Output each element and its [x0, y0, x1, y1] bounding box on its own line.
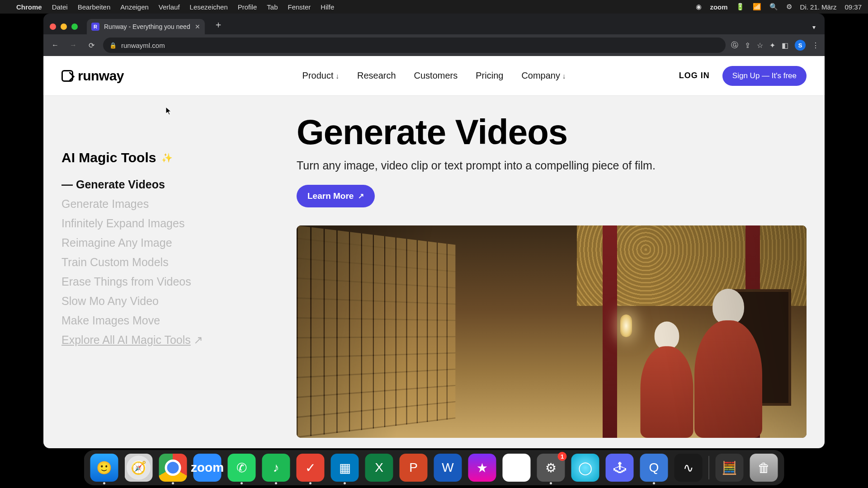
- sidebar-heading-text: AI Magic Tools: [61, 150, 156, 165]
- dock-separator: [709, 456, 709, 479]
- chrome-window: R Runway - Everything you need ✕ ＋ ▾ ← →…: [43, 14, 825, 448]
- site-header: runway Product Research Customers Pricin…: [43, 56, 825, 96]
- menu-fenster[interactable]: Fenster: [288, 3, 311, 11]
- main-content: Generate Videos Turn any image, video cl…: [297, 114, 807, 448]
- signup-button[interactable]: Sign Up — It's free: [722, 66, 807, 86]
- dock-voice-memos[interactable]: ∿: [675, 454, 703, 482]
- learn-more-button[interactable]: Learn More ↗: [297, 185, 375, 207]
- tool-generate-images[interactable]: Generate Images: [61, 197, 269, 211]
- dock-calculator[interactable]: 🧮: [716, 454, 744, 482]
- tools-sidebar: AI Magic Tools ✨ Generate Videos Generat…: [61, 114, 269, 448]
- nav-customers[interactable]: Customers: [414, 70, 458, 81]
- menubar-record-icon[interactable]: ◉: [696, 3, 702, 11]
- dock-chrome[interactable]: [159, 454, 187, 482]
- tool-erase-from-videos[interactable]: Erase Things from Videos: [61, 275, 269, 288]
- dock-powerpoint[interactable]: P: [400, 454, 428, 482]
- mac-menubar: Chrome Datei Bearbeiten Anzeigen Verlauf…: [0, 0, 868, 14]
- nav-pricing[interactable]: Pricing: [476, 70, 503, 81]
- tool-images-move[interactable]: Make Images Move: [61, 314, 269, 327]
- dock-spotify[interactable]: ♪: [262, 454, 290, 482]
- menubar-battery-icon[interactable]: 🔋: [736, 3, 745, 11]
- nav-research[interactable]: Research: [357, 70, 396, 81]
- bookmark-star-icon[interactable]: ☆: [757, 41, 763, 50]
- menu-lesezeichen[interactable]: Lesezeichen: [190, 3, 228, 11]
- menu-anzeigen[interactable]: Anzeigen: [120, 3, 149, 11]
- arrow-up-right-icon: ↗: [193, 333, 203, 347]
- dock-trello[interactable]: ▦: [331, 454, 359, 482]
- tool-train-models[interactable]: Train Custom Models: [61, 256, 269, 269]
- primary-nav: Product Research Customers Pricing Compa…: [302, 70, 566, 81]
- window-close-button[interactable]: [50, 23, 56, 30]
- sidepanel-icon[interactable]: ◧: [782, 41, 788, 50]
- tool-explore-all-label: Explore All AI Magic Tools: [61, 333, 191, 346]
- tool-explore-all[interactable]: Explore All AI Magic Tools↗: [61, 333, 269, 347]
- dock-safari[interactable]: 🧭: [125, 454, 153, 482]
- browser-tab[interactable]: R Runway - Everything you need ✕: [87, 19, 205, 34]
- tab-title: Runway - Everything you need: [104, 23, 190, 30]
- window-controls: [48, 23, 82, 34]
- dock-finder[interactable]: 🙂: [90, 454, 118, 482]
- dock-whatsapp[interactable]: ✆: [228, 454, 256, 482]
- dock-imovie[interactable]: ★: [468, 454, 496, 482]
- preview-shade: [297, 225, 807, 438]
- hero-subtitle: Turn any image, video clip or text promp…: [297, 159, 807, 172]
- browser-toolbar: ← → ⟳ 🔒 runwayml.com Ⓖ ⇪ ☆ ✦ ◧ S ⋮: [43, 34, 825, 56]
- menubar-time[interactable]: 09:37: [844, 3, 862, 11]
- dock: 🙂 🧭 zoom ✆ ♪ ✓ ▦ X P W ★ ▲ ⚙︎1 ◯ 🕹 Q ∿ 🧮…: [84, 450, 784, 485]
- address-bar[interactable]: 🔒 runwayml.com: [103, 38, 726, 53]
- page-viewport: runway Product Research Customers Pricin…: [43, 56, 825, 448]
- hero-video-preview[interactable]: [297, 225, 807, 438]
- tool-expand-images[interactable]: Infinitely Expand Images: [61, 217, 269, 230]
- dock-zoom[interactable]: zoom: [193, 454, 222, 482]
- login-link[interactable]: LOG IN: [679, 71, 710, 80]
- tool-generate-videos[interactable]: Generate Videos: [61, 178, 269, 191]
- nav-product[interactable]: Product: [302, 70, 339, 81]
- dock-system-settings[interactable]: ⚙︎1: [537, 454, 565, 482]
- share-icon[interactable]: ⇪: [745, 41, 750, 50]
- dock-todoist[interactable]: ✓: [297, 454, 325, 482]
- tab-close-button[interactable]: ✕: [195, 23, 200, 30]
- menubar-zoom[interactable]: zoom: [710, 3, 727, 11]
- menubar-control-center-icon[interactable]: ⚙︎: [786, 3, 792, 11]
- dock-excel[interactable]: X: [365, 454, 393, 482]
- menu-tab[interactable]: Tab: [267, 3, 278, 11]
- menubar-app[interactable]: Chrome: [16, 3, 42, 11]
- menubar-wifi-icon[interactable]: 📶: [753, 3, 761, 11]
- lock-icon: 🔒: [109, 42, 117, 49]
- new-tab-button[interactable]: ＋: [209, 19, 227, 34]
- window-minimize-button[interactable]: [61, 23, 67, 30]
- magic-wand-icon: ✨: [161, 152, 173, 163]
- sidebar-heading: AI Magic Tools ✨: [61, 150, 269, 165]
- dock-word[interactable]: W: [434, 454, 462, 482]
- tool-slowmo[interactable]: Slow Mo Any Video: [61, 295, 269, 308]
- kebab-menu-icon[interactable]: ⋮: [812, 41, 819, 50]
- tab-favicon-icon: R: [91, 23, 99, 31]
- menubar-date[interactable]: Di. 21. März: [800, 3, 837, 11]
- profile-avatar[interactable]: S: [795, 40, 806, 51]
- menubar-search-icon[interactable]: 🔍: [769, 3, 778, 11]
- brand-name: runway: [78, 68, 124, 84]
- tool-reimagine-image[interactable]: Reimagine Any Image: [61, 236, 269, 249]
- dock-app-generic[interactable]: ◯: [571, 454, 599, 482]
- forward-button[interactable]: →: [67, 39, 80, 52]
- tabstrip: R Runway - Everything you need ✕ ＋ ▾: [43, 14, 825, 34]
- dock-trash[interactable]: 🗑: [750, 454, 778, 482]
- extensions-icon[interactable]: ✦: [769, 41, 775, 50]
- arrow-up-right-icon: ↗: [358, 192, 364, 200]
- dock-quicktime[interactable]: Q: [640, 454, 668, 482]
- tab-overflow-button[interactable]: ▾: [808, 23, 820, 34]
- menu-verlauf[interactable]: Verlauf: [159, 3, 180, 11]
- dock-discord[interactable]: 🕹: [606, 454, 634, 482]
- menu-datei[interactable]: Datei: [52, 3, 68, 11]
- brand-logo[interactable]: runway: [61, 68, 124, 84]
- learn-more-label: Learn More: [307, 191, 354, 201]
- menu-hilfe[interactable]: Hilfe: [321, 3, 334, 11]
- nav-company[interactable]: Company: [521, 70, 566, 81]
- back-button[interactable]: ←: [49, 39, 61, 52]
- reload-button[interactable]: ⟳: [85, 39, 98, 52]
- window-maximize-button[interactable]: [71, 23, 78, 30]
- menu-bearbeiten[interactable]: Bearbeiten: [78, 3, 111, 11]
- menu-profile[interactable]: Profile: [238, 3, 257, 11]
- dock-google-drive[interactable]: ▲: [503, 454, 531, 482]
- google-account-icon[interactable]: Ⓖ: [731, 41, 738, 50]
